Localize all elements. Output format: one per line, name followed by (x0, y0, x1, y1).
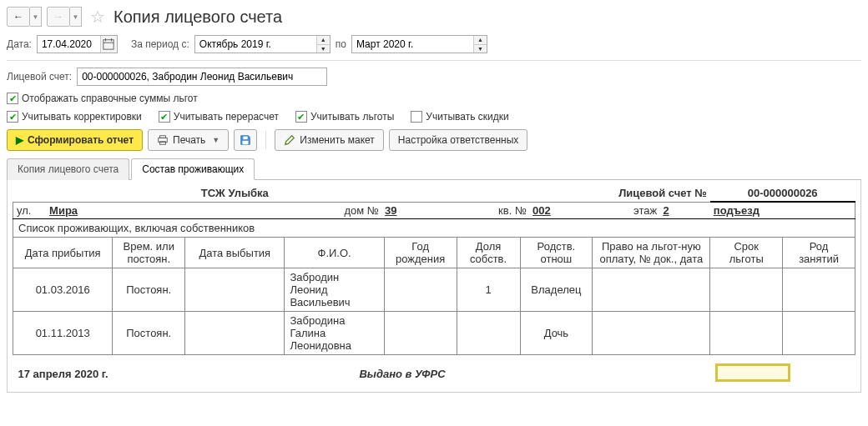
period-to-wrap: ▲ ▼ (351, 35, 487, 53)
nav-forward-button[interactable]: → (47, 7, 70, 27)
play-icon: ▶ (16, 134, 23, 146)
svg-rect-5 (160, 136, 166, 138)
period-from-down-icon[interactable]: ▼ (317, 45, 330, 53)
svg-rect-7 (243, 141, 249, 144)
apt-value: 002 (532, 204, 551, 217)
date-input[interactable] (38, 36, 100, 53)
account-title-label: Лицевой счет № (457, 185, 710, 202)
check-benefits[interactable]: ✔ Учитывать льготы (295, 111, 394, 123)
period-from-wrap: ▲ ▼ (194, 35, 331, 53)
report-table: ТСЖ Улыбка Лицевой счет № 00-000000026 у… (13, 185, 855, 387)
check-label: Отображать справочные суммы льгот (22, 93, 198, 104)
check-discounts[interactable]: Учитывать скидки (411, 111, 508, 123)
cell-occ (783, 268, 855, 312)
report-footer-row: 17 апреля 2020 г. Выдано в УФРС (13, 355, 855, 388)
chevron-down-icon: ▼ (212, 136, 220, 144)
pencil-icon (284, 134, 295, 146)
responsible-settings-button[interactable]: Настройка ответственных (389, 129, 527, 151)
col-depart: Дата выбытия (185, 238, 285, 268)
date-calendar-icon[interactable] (100, 36, 117, 53)
account-label: Лицевой счет: (7, 71, 72, 83)
period-from-input[interactable] (195, 36, 316, 53)
tab-copy[interactable]: Копия лицевого счета (7, 158, 129, 180)
svg-rect-0 (103, 40, 114, 49)
period-to-up-icon[interactable]: ▲ (474, 36, 487, 45)
favorite-star-icon[interactable]: ☆ (90, 7, 105, 27)
cell-occ (783, 312, 855, 355)
account-number: 00-000000026 (710, 185, 855, 202)
printer-icon (157, 134, 169, 146)
col-type: Врем. или постоян. (113, 238, 185, 268)
account-input-wrap (77, 68, 327, 86)
period-to-input[interactable] (352, 36, 473, 53)
check-recalc[interactable]: ✔ Учитывать перерасчет (159, 111, 279, 123)
cell-arrival: 01.11.2013 (13, 312, 113, 355)
date-label: Дата: (7, 38, 32, 50)
nav-back-dropdown[interactable]: ▼ (30, 7, 42, 27)
check-label: Учитывать корректировки (22, 111, 142, 123)
checkbox-icon: ✔ (295, 111, 307, 123)
report-header-row: ТСЖ Улыбка Лицевой счет № 00-000000026 (13, 185, 855, 202)
table-row: 01.03.2016 Постоян. Забродин Леонид Васи… (13, 268, 855, 312)
checkbox-icon: ✔ (159, 111, 170, 123)
table-row: 01.11.2013 Постоян. Забродина Галина Лео… (13, 312, 855, 355)
address-row: ул. Мира дом № 39 кв. № 002 этаж 2 подъе… (13, 202, 855, 219)
check-label: Учитывать скидки (426, 111, 508, 123)
cell-benefit (593, 268, 710, 312)
date-period-row: Дата: За период с: ▲ ▼ по ▲ ▼ (7, 35, 861, 53)
footer-issued: Выдано в УФРС (285, 355, 520, 388)
cell-fio: Забродина Галина Леонидовна (285, 312, 384, 355)
edit-layout-button[interactable]: Изменить макет (275, 129, 384, 151)
period-from-up-icon[interactable]: ▲ (317, 36, 330, 45)
list-title: Список проживающих, включая собственнико… (13, 219, 855, 238)
account-input[interactable] (78, 68, 326, 85)
button-label: Изменить макет (300, 134, 375, 146)
cell-type: Постоян. (113, 268, 185, 312)
account-row: Лицевой счет: (7, 68, 861, 86)
page-title: Копия лицевого счета (114, 8, 282, 27)
checkbox-row-2: ✔ Учитывать корректировки ✔ Учитывать пе… (7, 111, 861, 123)
nav-forward-dropdown[interactable]: ▼ (70, 7, 82, 27)
col-arrival: Дата прибытия (13, 238, 113, 268)
house-value: 39 (385, 204, 396, 217)
nav-back-button[interactable]: ← (7, 7, 30, 27)
checkbox-icon (411, 111, 422, 123)
cell-birth (384, 268, 457, 312)
title-toolbar: ← ▼ → ▼ ☆ Копия лицевого счета (7, 7, 861, 27)
col-term: Срок льготы (710, 238, 783, 268)
report-area: ТСЖ Улыбка Лицевой счет № 00-000000026 у… (7, 180, 861, 393)
checkbox-row-1: ✔ Отображать справочные суммы льгот (7, 93, 861, 104)
col-relation: Родств. отнош (520, 238, 593, 268)
cell-term (710, 268, 783, 312)
save-button[interactable] (234, 129, 257, 151)
cell-depart (185, 312, 285, 355)
col-birth: Год рождения (384, 238, 457, 268)
apt-label: кв. № (498, 204, 527, 217)
cell-birth (384, 312, 457, 355)
tab-strip: Копия лицевого счета Состав проживающих (7, 158, 861, 180)
checkbox-icon: ✔ (7, 93, 18, 104)
checkbox-icon: ✔ (7, 111, 18, 123)
org-name: ТСЖ Улыбка (13, 185, 457, 202)
cell-share: 1 (457, 268, 520, 312)
button-label: Настройка ответственных (398, 134, 518, 146)
floor-value: 2 (663, 204, 669, 217)
check-corrections[interactable]: ✔ Учитывать корректировки (7, 111, 142, 123)
button-label: Сформировать отчет (28, 134, 134, 146)
separator (265, 131, 266, 149)
save-icon (240, 134, 251, 146)
list-title-row: Список проживающих, включая собственнико… (13, 219, 855, 238)
print-button[interactable]: Печать ▼ (148, 129, 229, 151)
col-fio: Ф.И.О. (285, 238, 384, 268)
check-label: Учитывать перерасчет (174, 111, 279, 123)
table-header-row: Дата прибытия Врем. или постоян. Дата вы… (13, 238, 855, 268)
cell-fio: Забродин Леонид Васильевич (285, 268, 384, 312)
generate-report-button[interactable]: ▶ Сформировать отчет (7, 129, 143, 151)
check-show-ref-sums[interactable]: ✔ Отображать справочные суммы льгот (7, 93, 198, 104)
highlight-cell[interactable] (715, 363, 790, 382)
period-to-down-icon[interactable]: ▼ (474, 45, 487, 53)
cell-benefit (593, 312, 710, 355)
cell-term (710, 312, 783, 355)
period-from-label: За период с: (131, 38, 189, 50)
tab-residents[interactable]: Состав проживающих (131, 158, 255, 180)
